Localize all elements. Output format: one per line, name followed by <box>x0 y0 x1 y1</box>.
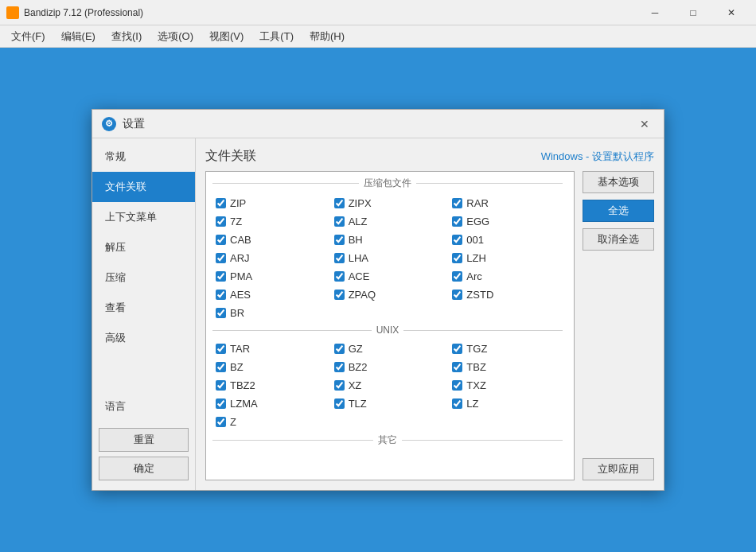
dialog-icon: ⚙ <box>102 117 116 131</box>
select-all-button[interactable]: 全选 <box>583 200 654 222</box>
menu-bar: 文件(F) 编辑(E) 查找(I) 选项(O) 视图(V) 工具(T) 帮助(H… <box>0 25 756 48</box>
section-other: 其它 <box>206 432 574 450</box>
dialog-body: 常规 文件关联 上下文菜单 解压 压缩 查看 高级 语言 重置 确定 文件关联 … <box>92 138 664 490</box>
title-bar: Bandizip 7.12 (Professional) ─ □ ✕ <box>0 0 756 25</box>
menu-view[interactable]: 视图(V) <box>201 26 251 47</box>
checkbox-alz[interactable]: ALZ <box>331 213 450 230</box>
checkbox-tgz[interactable]: TGZ <box>449 340 567 357</box>
checkbox-tbz[interactable]: TBZ <box>449 359 567 375</box>
checkbox-tar[interactable]: TAR <box>212 340 331 357</box>
checkbox-001[interactable]: 001 <box>449 231 567 248</box>
checkbox-txz[interactable]: TXZ <box>449 377 567 394</box>
checkbox-lz[interactable]: LZ <box>449 395 567 412</box>
archive-grid: ZIP ZIPX RAR 7Z ALZ EGG CAB BH 001 ARJ L <box>206 193 574 323</box>
sidebar-item-general[interactable]: 常规 <box>92 142 195 172</box>
checkbox-zpaq[interactable]: ZPAQ <box>331 286 450 303</box>
basic-options-button[interactable]: 基本选项 <box>583 171 654 193</box>
settings-sidebar: 常规 文件关联 上下文菜单 解压 压缩 查看 高级 语言 重置 确定 <box>92 138 196 490</box>
sidebar-item-language[interactable]: 语言 <box>92 391 195 422</box>
menu-tools[interactable]: 工具(T) <box>251 26 302 47</box>
app-title: Bandizip 7.12 (Professional) <box>24 7 637 18</box>
sidebar-item-file-association[interactable]: 文件关联 <box>92 172 195 202</box>
checkbox-bh[interactable]: BH <box>331 231 450 248</box>
file-list-inner: 压缩包文件 ZIP ZIPX RAR 7Z ALZ EGG CAB BH <box>206 172 574 480</box>
settings-dialog: ⚙ 设置 ✕ 常规 文件关联 上下文菜单 解压 压缩 查看 高级 语言 重置 确… <box>92 109 664 491</box>
sidebar-item-view[interactable]: 查看 <box>92 293 195 323</box>
window-controls: ─ □ ✕ <box>637 0 750 25</box>
close-button[interactable]: ✕ <box>713 0 750 25</box>
checkbox-rar[interactable]: RAR <box>449 195 567 212</box>
checkbox-bz2[interactable]: BZ2 <box>331 359 450 375</box>
checkbox-gz[interactable]: GZ <box>331 340 450 357</box>
checkbox-aes[interactable]: AES <box>212 286 331 303</box>
app-icon <box>6 6 19 19</box>
dialog-title-bar: ⚙ 设置 ✕ <box>92 110 664 138</box>
menu-options[interactable]: 选项(O) <box>150 26 201 47</box>
dialog-title: 设置 <box>123 117 635 131</box>
sidebar-item-advanced[interactable]: 高级 <box>92 323 195 353</box>
section-archive: 压缩包文件 <box>206 175 574 193</box>
menu-edit[interactable]: 编辑(E) <box>53 26 103 47</box>
unix-grid: TAR GZ TGZ BZ BZ2 TBZ TBZ2 XZ TXZ LZMA T <box>206 339 574 432</box>
right-button-panel: 基本选项 全选 取消全选 立即应用 <box>575 171 654 480</box>
checkbox-tlz[interactable]: TLZ <box>331 395 450 412</box>
checkbox-tbz2[interactable]: TBZ2 <box>212 377 331 394</box>
checkbox-zipx[interactable]: ZIPX <box>331 195 450 212</box>
menu-help[interactable]: 帮助(H) <box>302 26 353 47</box>
menu-file[interactable]: 文件(F) <box>3 26 53 47</box>
minimize-button[interactable]: ─ <box>637 0 673 25</box>
checkbox-cab[interactable]: CAB <box>212 231 331 248</box>
checkbox-egg[interactable]: EGG <box>449 213 567 230</box>
main-area: ⚙ 设置 ✕ 常规 文件关联 上下文菜单 解压 压缩 查看 高级 语言 重置 确… <box>0 48 756 552</box>
sidebar-item-extract[interactable]: 解压 <box>92 232 195 262</box>
checkbox-lzma[interactable]: LZMA <box>212 395 331 412</box>
file-list-container: 压缩包文件 ZIP ZIPX RAR 7Z ALZ EGG CAB BH <box>205 171 575 480</box>
content-and-buttons: 压缩包文件 ZIP ZIPX RAR 7Z ALZ EGG CAB BH <box>205 171 654 480</box>
sidebar-item-compress[interactable]: 压缩 <box>92 262 195 293</box>
checkbox-7z[interactable]: 7Z <box>212 213 331 230</box>
maximize-button[interactable]: □ <box>675 0 711 25</box>
windows-default-link[interactable]: Windows - 设置默认程序 <box>541 150 654 164</box>
checkbox-zstd[interactable]: ZSTD <box>449 286 567 303</box>
checkbox-br[interactable]: BR <box>212 305 331 321</box>
sidebar-buttons: 重置 确定 <box>92 422 195 487</box>
checkbox-arc[interactable]: Arc <box>449 268 567 285</box>
checkbox-zip[interactable]: ZIP <box>212 195 331 212</box>
checkbox-z[interactable]: Z <box>212 414 331 430</box>
content-header: 文件关联 Windows - 设置默认程序 <box>205 148 654 165</box>
reset-button[interactable]: 重置 <box>99 428 189 452</box>
checkbox-arj[interactable]: ARJ <box>212 250 331 266</box>
checkbox-bz[interactable]: BZ <box>212 359 331 375</box>
dialog-close-button[interactable]: ✕ <box>635 115 654 134</box>
checkbox-lzh[interactable]: LZH <box>449 250 567 266</box>
sidebar-item-context-menu[interactable]: 上下文菜单 <box>92 202 195 232</box>
content-title: 文件关联 <box>205 148 256 165</box>
checkbox-lha[interactable]: LHA <box>331 250 450 266</box>
checkbox-pma[interactable]: PMA <box>212 268 331 285</box>
confirm-button[interactable]: 确定 <box>99 457 189 480</box>
apply-button[interactable]: 立即应用 <box>583 458 654 480</box>
checkbox-ace[interactable]: ACE <box>331 268 450 285</box>
menu-search[interactable]: 查找(I) <box>103 26 150 47</box>
checkbox-xz[interactable]: XZ <box>331 377 450 394</box>
deselect-all-button[interactable]: 取消全选 <box>583 228 654 251</box>
content-area: 文件关联 Windows - 设置默认程序 压缩包文件 ZIP <box>196 138 664 490</box>
other-grid <box>206 450 574 453</box>
section-unix: UNIX <box>206 323 574 339</box>
